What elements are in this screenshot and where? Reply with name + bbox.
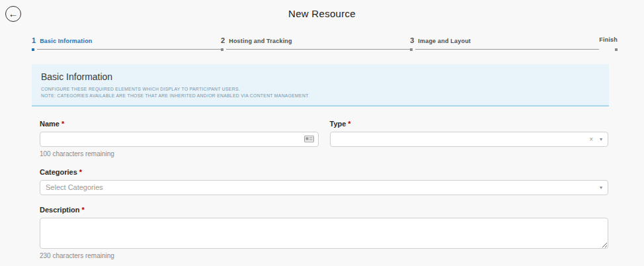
name-helper-text: 100 characters remaining bbox=[40, 150, 319, 157]
categories-placeholder: Select Categories bbox=[46, 183, 600, 191]
stepper-step-image-and-layout[interactable]: 3 Image and Layout bbox=[410, 36, 599, 51]
required-asterisk: * bbox=[82, 206, 85, 214]
arrow-left-icon: ← bbox=[9, 9, 19, 19]
name-input[interactable] bbox=[40, 132, 319, 147]
categories-label: Categories* bbox=[40, 168, 608, 176]
stepper-step-finish[interactable]: Finish bbox=[599, 36, 618, 51]
clear-icon[interactable]: × bbox=[589, 136, 593, 143]
section-header-basic-information: Basic Information CONFIGURE THESE REQUIR… bbox=[32, 64, 609, 107]
form-basic-information: Name* 100 characters remaining Type* bbox=[40, 120, 608, 259]
description-textarea[interactable] bbox=[40, 218, 608, 249]
step-number: 3 bbox=[410, 36, 414, 44]
step-number: 2 bbox=[221, 36, 225, 44]
step-connector-line bbox=[226, 49, 410, 50]
type-label: Type* bbox=[330, 120, 609, 128]
step-label: Finish bbox=[599, 36, 618, 43]
description-helper-text: 230 characters remaining bbox=[40, 252, 608, 259]
chevron-down-icon[interactable]: ▾ bbox=[600, 185, 602, 191]
type-select[interactable]: × ▾ bbox=[330, 132, 609, 147]
section-description-line1: CONFIGURE THESE REQUIRED ELEMENTS WHICH … bbox=[41, 86, 600, 93]
categories-field: Categories* Select Categories ▾ bbox=[40, 168, 608, 195]
contact-card-icon bbox=[304, 136, 314, 143]
step-marker bbox=[221, 48, 223, 51]
step-marker bbox=[615, 48, 618, 51]
type-field: Type* × ▾ bbox=[330, 120, 609, 157]
section-description-line2: NOTE: CATEGORIES AVAILABLE ARE THOSE THA… bbox=[41, 93, 600, 99]
step-number: 1 bbox=[32, 36, 36, 44]
step-connector-line bbox=[415, 49, 599, 50]
step-label: Basic Information bbox=[40, 38, 92, 44]
back-button[interactable]: ← bbox=[5, 6, 21, 22]
required-asterisk: * bbox=[61, 120, 64, 128]
page-header: ← New Resource bbox=[0, 0, 644, 26]
description-label: Description* bbox=[40, 206, 608, 214]
step-connector-line bbox=[37, 49, 221, 50]
name-label: Name* bbox=[40, 120, 319, 128]
stepper: 1 Basic Information 2 Hosting and Tracki… bbox=[32, 36, 618, 51]
section-title: Basic Information bbox=[41, 71, 600, 82]
page-title: New Resource bbox=[0, 0, 644, 19]
required-asterisk: * bbox=[348, 120, 350, 128]
stepper-step-hosting-and-tracking[interactable]: 2 Hosting and Tracking bbox=[221, 36, 410, 51]
categories-select[interactable]: Select Categories ▾ bbox=[40, 180, 608, 195]
description-field: Description* 230 characters remaining bbox=[40, 206, 608, 259]
name-field: Name* 100 characters remaining bbox=[40, 120, 319, 157]
step-marker bbox=[410, 48, 413, 51]
chevron-down-icon[interactable]: ▾ bbox=[600, 136, 602, 142]
step-label: Image and Layout bbox=[418, 38, 471, 44]
step-marker bbox=[32, 48, 34, 51]
step-label: Hosting and Tracking bbox=[229, 38, 292, 44]
required-asterisk: * bbox=[79, 168, 82, 176]
stepper-step-basic-information[interactable]: 1 Basic Information bbox=[32, 36, 221, 51]
